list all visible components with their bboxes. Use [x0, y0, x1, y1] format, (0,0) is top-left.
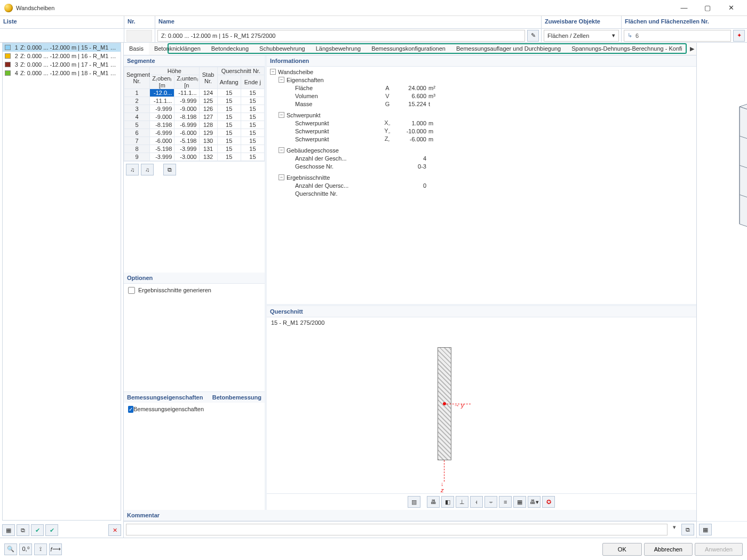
querschnitt-header: Querschnitt: [267, 306, 696, 317]
qs-tool-4[interactable]: ⊥: [456, 496, 468, 508]
table-row[interactable]: 9-3.999-3.0001321515: [124, 153, 265, 161]
table-row[interactable]: 3-9.999-9.0001261515: [124, 105, 265, 113]
info-tree[interactable]: −Wandscheibe−EigenschaftenFlächeA24.000m…: [267, 67, 696, 304]
zuweis-header: Zuweisbare Objekte: [541, 16, 621, 28]
name-header: Name: [155, 16, 541, 28]
close-button[interactable]: ✕: [719, 0, 743, 16]
table-row[interactable]: 7-6.000-5.1981301515: [124, 137, 265, 145]
check1-button[interactable]: ✔: [31, 524, 44, 536]
table-row[interactable]: 5-8.198-6.9991281515: [124, 121, 265, 129]
help-button[interactable]: 🔍: [4, 543, 17, 555]
apply-button[interactable]: Anwenden: [695, 543, 743, 556]
cancel-button[interactable]: Abbrechen: [644, 543, 693, 556]
item-list[interactable]: 1Z: 0.000 ... -12.000 m | 15 - R_M1 275/…: [2, 43, 121, 521]
flnr-input[interactable]: 6: [624, 30, 731, 42]
units-button[interactable]: 0,⁰: [19, 543, 32, 555]
qs-tool-3[interactable]: ◧: [441, 496, 454, 508]
tool-4[interactable]: f⟶: [49, 543, 62, 555]
tab-0[interactable]: Basis: [124, 43, 149, 55]
segments-header: Segmente: [124, 55, 265, 67]
window-title: Wandscheiben: [16, 5, 54, 11]
table-row[interactable]: 4-9.000-8.1981271515: [124, 113, 265, 121]
bemessung-checkbox[interactable]: ✓Bemessungseigenschaften: [124, 403, 265, 415]
cross-section-view: → y ↓z: [267, 328, 696, 493]
table-row[interactable]: 2-11.1...-9.9991251515: [124, 97, 265, 105]
name-input[interactable]: Z: 0.000 ... -12.000 m | 15 - R_M1 275/2…: [157, 30, 525, 42]
qs-print[interactable]: 🖶: [427, 496, 440, 508]
kommentar-header: Kommentar: [124, 510, 696, 521]
tab-strip: BasisBetonknicklängenBetondeckungSchubbe…: [124, 43, 696, 55]
qs-tool-1[interactable]: ▥: [408, 496, 420, 508]
flnr-header: Flächen und Flächenzellen Nr.: [621, 16, 747, 28]
list-header: Liste: [0, 16, 124, 28]
nr-header: Nr.: [124, 16, 155, 28]
list-item[interactable]: 1Z: 0.000 ... -12.000 m | 15 - R_M1 275/…: [3, 43, 121, 52]
tool-3[interactable]: ⟟: [34, 543, 47, 555]
tab-7[interactable]: Spannungs-Dehnungs-Berechnung - Konfi: [566, 43, 687, 55]
list-item[interactable]: 2Z: 0.000 ... -12.000 m | 16 - R_M1 275/…: [3, 52, 121, 60]
qs-tool-6[interactable]: ⫟: [484, 496, 497, 508]
table-row[interactable]: 8-5.198-3.9991311515: [124, 145, 265, 153]
kommentar-lib[interactable]: ⧉: [681, 524, 694, 535]
qs-tool-5[interactable]: ⫞: [470, 496, 483, 508]
tab-4[interactable]: Längsbewehrung: [311, 43, 366, 55]
seg-tool-1[interactable]: ♫: [126, 164, 139, 175]
tab-6[interactable]: Bemessungsauflager und Durchbiegung: [451, 43, 566, 55]
maximize-button[interactable]: ▢: [696, 0, 719, 16]
tabs-scroll-right[interactable]: ▶: [688, 43, 696, 55]
new-button[interactable]: ▦: [2, 524, 15, 536]
nr-field[interactable]: [126, 30, 152, 42]
table-row[interactable]: 6-6.999-6.0001291515: [124, 129, 265, 137]
kommentar-input[interactable]: [126, 524, 667, 535]
chevron-down-icon: ▾: [612, 32, 615, 39]
app-icon: [4, 4, 13, 12]
generate-sections-checkbox[interactable]: Ergebnisschnitte generieren: [124, 284, 265, 297]
qs-tool-8[interactable]: ▦: [513, 496, 526, 508]
list-item[interactable]: 3Z: 0.000 ... -12.000 m | 17 - R_M1 275/…: [3, 60, 121, 69]
qs-tool-10[interactable]: ✪: [542, 496, 555, 508]
tab-3[interactable]: Schubbewehrung: [254, 43, 311, 55]
svg-marker-1: [740, 107, 747, 245]
preview-tool-1[interactable]: ▦: [699, 524, 712, 535]
table-row[interactable]: 1-12.0...-11.1...1241515: [124, 89, 265, 97]
qs-tool-7[interactable]: ≡: [499, 496, 512, 508]
tab-2[interactable]: Betondeckung: [206, 43, 254, 55]
seg-tool-2[interactable]: ♫: [141, 164, 154, 175]
tab-1[interactable]: Betonknicklängen: [149, 43, 206, 55]
info-header: Informationen: [267, 55, 696, 67]
delete-button[interactable]: ✕: [108, 524, 121, 536]
querschnitt-label: 15 - R_M1 275/2000: [267, 317, 696, 328]
model-preview[interactable]: [697, 43, 747, 521]
pick-button[interactable]: ✦: [733, 30, 745, 42]
minimize-button[interactable]: —: [672, 0, 696, 16]
check2-button[interactable]: ✔: [45, 524, 58, 536]
seg-tool-3[interactable]: ⧉: [163, 164, 176, 175]
zuweis-select[interactable]: Flächen / Zellen▾: [544, 30, 619, 42]
segment-table[interactable]: Segment Nr.HöheStab Nr.Querschnitt Nr. Z…: [124, 67, 265, 161]
options-header: Optionen: [124, 273, 265, 284]
qs-tool-9[interactable]: 🖶▾: [528, 496, 541, 508]
copy-button[interactable]: ⧉: [17, 524, 29, 536]
betonbemessung-label: Betonbemessung: [212, 394, 261, 401]
bemessung-header: Bemessungseigenschaften: [127, 394, 203, 401]
kommentar-drop[interactable]: ▾: [670, 524, 679, 535]
ok-button[interactable]: OK: [602, 543, 642, 556]
list-item[interactable]: 4Z: 0.000 ... -12.000 m | 18 - R_M1 275/…: [3, 69, 121, 77]
tab-5[interactable]: Bemessungskonfigurationen: [366, 43, 451, 55]
rename-button[interactable]: ✎: [527, 30, 539, 42]
